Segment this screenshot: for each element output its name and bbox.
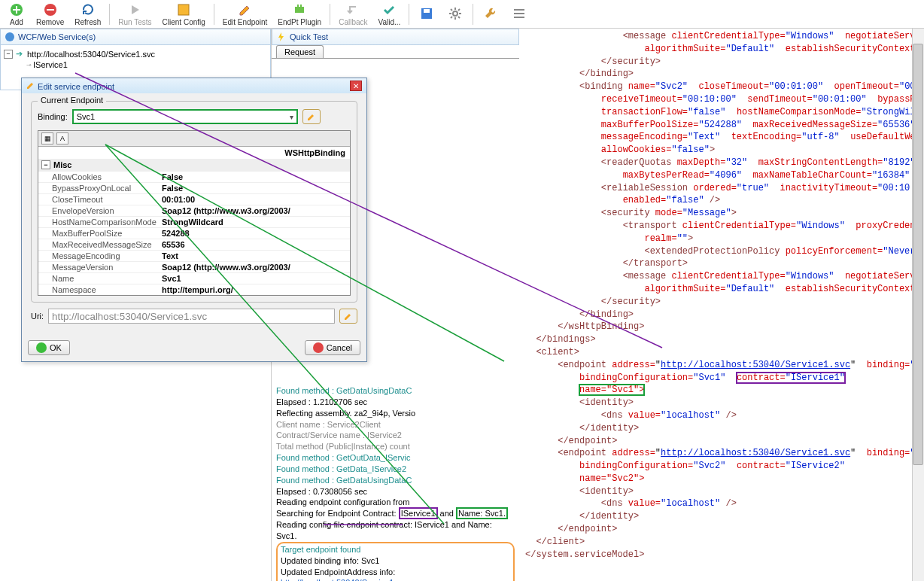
refresh-icon xyxy=(81,2,96,17)
property-key: EnvelopeVersion xyxy=(38,205,159,216)
ok-button[interactable]: OK xyxy=(28,340,70,355)
target-found-box: Target endpoint found Updated binding in… xyxy=(276,542,515,581)
tree-root-row[interactable]: − ➔ http://localhost:53040/Service1.svc xyxy=(4,48,267,59)
svg-point-9 xyxy=(453,11,457,16)
wrench-button[interactable] xyxy=(477,5,504,23)
property-row[interactable]: MessageEncodingText xyxy=(38,250,350,261)
property-value: Soap12 (http://www.w3.org/2003/ xyxy=(159,262,350,272)
property-row[interactable]: NameSvc1 xyxy=(38,272,350,284)
remove-button[interactable]: Remove xyxy=(32,1,68,28)
play-icon xyxy=(127,2,142,17)
expand-icon[interactable]: − xyxy=(4,50,13,59)
property-row[interactable]: MaxBufferPoolSize524288 xyxy=(38,227,350,239)
binding-label: Binding: xyxy=(38,112,68,121)
collapse-icon[interactable]: − xyxy=(41,160,50,169)
add-button[interactable]: Add xyxy=(3,1,30,28)
property-grid: ▦ A WSHttpBinding −Misc AllowCookiesFals… xyxy=(38,130,351,296)
property-value: 00:01:00 xyxy=(159,194,350,205)
property-value: Soap12 (http://www.w3.org/2003/ xyxy=(159,205,350,216)
check-icon xyxy=(381,2,397,17)
property-key: Name xyxy=(38,273,159,284)
xml-name-hl: name="Svc1"> xyxy=(579,385,644,395)
binding-select[interactable]: Svc1 xyxy=(72,109,298,124)
save-button[interactable] xyxy=(413,5,440,23)
request-tabbar: Request xyxy=(272,45,519,59)
dialog-titlebar[interactable]: Edit service endpoint ✕ xyxy=(22,78,366,93)
log-name-highlight: Name: Svc1. xyxy=(456,507,508,519)
refresh-button[interactable]: Refresh xyxy=(70,1,105,28)
pencil-icon xyxy=(26,81,35,90)
cancel-button[interactable]: Cancel xyxy=(305,340,360,355)
tree-child-label: IService1 xyxy=(33,60,68,69)
svg-rect-12 xyxy=(514,17,524,18)
property-row[interactable]: AllowCookiesFalse xyxy=(38,171,350,182)
property-value: Text xyxy=(159,251,350,261)
svg-point-13 xyxy=(5,32,14,41)
property-row[interactable]: Namespacehttp://tempuri.org/ xyxy=(38,284,350,295)
edit-uri-button[interactable] xyxy=(339,309,357,324)
service-icon xyxy=(5,32,15,42)
svg-rect-5 xyxy=(297,5,299,7)
property-value: 65536 xyxy=(159,239,350,250)
lightning-icon xyxy=(276,32,287,42)
list-icon xyxy=(512,6,527,21)
tree-child-row[interactable]: ⊸ IService1 xyxy=(4,59,267,70)
svg-rect-2 xyxy=(47,9,54,11)
property-key: MessageEncoding xyxy=(38,251,159,261)
remove-icon xyxy=(43,2,58,17)
property-row[interactable]: BypassProxyOnLocalFalse xyxy=(38,182,350,193)
svg-rect-6 xyxy=(300,5,302,7)
validate-button[interactable]: Valid... xyxy=(374,1,406,28)
save-icon xyxy=(419,6,434,21)
svg-rect-4 xyxy=(295,7,304,13)
endpt-plugin-button[interactable]: EndPt Plugin xyxy=(273,1,326,28)
property-key: AllowCookies xyxy=(38,172,159,182)
log-contract-highlight: IService1 xyxy=(399,507,438,519)
gear-icon xyxy=(448,6,463,21)
list-button[interactable] xyxy=(506,5,533,23)
uri-label: Uri: xyxy=(31,312,44,321)
current-endpoint-legend: Current Endpoint xyxy=(38,96,106,105)
xml-contract-hl: contract="IService1" xyxy=(737,373,845,383)
request-tab[interactable]: Request xyxy=(276,45,324,58)
property-row[interactable]: CloseTimeout00:01:00 xyxy=(38,193,350,205)
property-value: False xyxy=(159,183,350,193)
property-value: Svc1 xyxy=(159,273,350,284)
property-key: CloseTimeout xyxy=(38,194,159,205)
close-button[interactable]: ✕ xyxy=(350,81,362,91)
property-row[interactable]: HostNameComparisonModeStrongWildcard xyxy=(38,216,350,227)
property-value: False xyxy=(159,172,350,182)
property-row[interactable]: MessageVersionSoap12 (http://www.w3.org/… xyxy=(38,261,350,272)
uri-input[interactable] xyxy=(48,309,335,324)
property-row[interactable]: EnvelopeVersionSoap12 (http://www.w3.org… xyxy=(38,205,350,216)
pg-az-button[interactable]: A xyxy=(56,132,68,144)
property-value: StrongWildcard xyxy=(159,217,350,227)
endpoint-url-link[interactable]: http://localhost:53040/Service1.svc xyxy=(281,578,409,581)
edit-binding-button[interactable] xyxy=(302,109,321,124)
property-key: MaxReceivedMessageSize xyxy=(38,239,159,250)
main-toolbar: Add Remove Refresh Run Tests Client Conf… xyxy=(0,0,924,29)
log-panel: Found method : GetDataUsingDataC Elapsed… xyxy=(272,382,519,581)
edit-endpoint-button[interactable]: Edit Endpoint xyxy=(218,1,272,28)
svg-rect-11 xyxy=(514,13,524,14)
property-row[interactable]: MaxReceivedMessageSize65536 xyxy=(38,239,350,250)
plugin-icon xyxy=(292,2,307,17)
xml-viewer: <message clientCredentialType="Windows" … xyxy=(519,29,924,581)
pg-cat-button[interactable]: ▦ xyxy=(41,132,53,144)
client-config-button[interactable]: Client Config xyxy=(158,1,210,28)
add-icon xyxy=(9,2,24,17)
property-value: 524288 xyxy=(159,228,350,239)
wrench-icon xyxy=(483,6,498,21)
svg-rect-3 xyxy=(178,5,189,15)
property-key: HostNameComparisonMode xyxy=(38,217,159,227)
edit-endpoint-dialog: Edit service endpoint ✕ Current Endpoint… xyxy=(21,78,367,362)
vertical-scrollbar[interactable] xyxy=(912,29,924,581)
run-tests-button[interactable]: Run Tests xyxy=(114,1,156,28)
quick-test-header: Quick Test xyxy=(272,29,519,45)
gear-button[interactable] xyxy=(442,5,469,23)
wcf-services-header: WCF/Web Service(s) xyxy=(0,29,271,45)
arrow-icon: ➔ xyxy=(16,49,23,59)
tree-root-label[interactable]: http://localhost:53040/Service1.svc xyxy=(26,50,157,59)
callback-button[interactable]: Callback xyxy=(334,1,372,28)
pencil-icon xyxy=(238,2,253,17)
